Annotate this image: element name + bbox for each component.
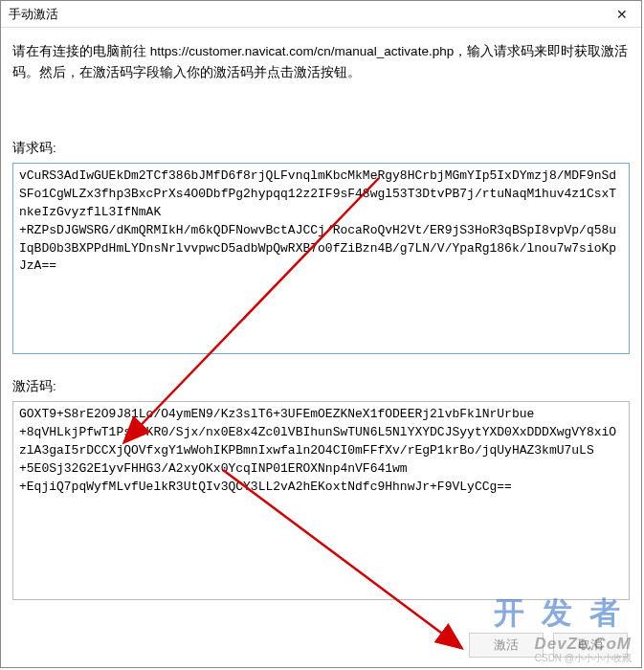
activation-code-textarea[interactable] [12, 401, 630, 600]
dialog-content: 请在有连接的电脑前往 https://customer.navicat.com/… [1, 28, 641, 613]
button-row: 激活 取消 [469, 633, 628, 658]
dialog-window: 手动激活 ✕ 请在有连接的电脑前往 https://customer.navic… [0, 0, 642, 668]
cancel-button[interactable]: 取消 [553, 633, 628, 658]
titlebar: 手动激活 ✕ [1, 1, 641, 28]
instructions-text: 请在有连接的电脑前往 https://customer.navicat.com/… [12, 41, 630, 82]
close-icon: ✕ [616, 7, 628, 22]
activate-button[interactable]: 激活 [469, 633, 544, 658]
activation-code-label: 激活码: [12, 378, 630, 395]
request-code-label: 请求码: [12, 140, 630, 157]
request-code-textarea[interactable] [12, 163, 630, 354]
window-title: 手动激活 [9, 6, 58, 23]
close-button[interactable]: ✕ [603, 1, 641, 28]
